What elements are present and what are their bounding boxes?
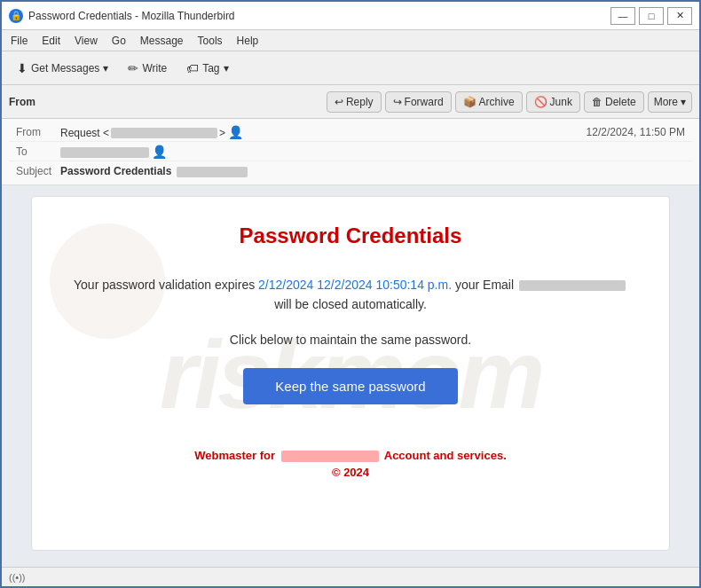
menu-bar: File Edit View Go Message Tools Help	[2, 30, 699, 51]
keep-password-button[interactable]: Keep the same password	[243, 368, 457, 404]
status-bar: ((•))	[2, 567, 699, 586]
title-bar-left: 🔒 Password Credentials - Mozilla Thunder…	[9, 9, 235, 23]
email-header: From Request < > 👤 12/2/2024, 11:50 PM T…	[2, 119, 699, 185]
tag-button[interactable]: 🏷 Tag ▾	[178, 57, 236, 80]
body-text-1: Your password validation expires	[74, 278, 258, 292]
title-bar: 🔒 Password Credentials - Mozilla Thunder…	[2, 2, 699, 30]
junk-icon: 🚫	[534, 96, 547, 108]
archive-label: Archive	[479, 96, 515, 108]
footer-domain-redacted	[281, 451, 379, 462]
action-bar: From ↩ Reply ↪ Forward 📦 Archive 🚫 Junk …	[2, 85, 699, 119]
from-value: Request < > 👤	[60, 125, 587, 139]
footer-prefix: Webmaster for	[194, 449, 278, 462]
archive-button[interactable]: 📦 Archive	[455, 91, 523, 113]
from-field-label: From	[16, 126, 60, 138]
write-icon: ✏	[128, 61, 138, 75]
reply-button[interactable]: ↩ Reply	[327, 91, 382, 113]
archive-icon: 📦	[463, 96, 477, 108]
to-redacted	[60, 147, 149, 158]
get-messages-label: Get Messages	[31, 62, 99, 74]
body-text-3: will be closed automatically.	[274, 297, 427, 311]
get-messages-dropdown-icon: ▾	[103, 62, 108, 74]
to-value: 👤	[60, 145, 685, 159]
delete-button[interactable]: 🗑 Delete	[584, 91, 644, 113]
menu-file[interactable]: File	[5, 33, 33, 49]
menu-view[interactable]: View	[69, 33, 103, 49]
email-footer: Webmaster for Account and services. © 20…	[67, 449, 634, 479]
date-link-2: 12/2/2024 10:50:14 p.m.	[317, 278, 452, 292]
reply-icon: ↩	[335, 96, 343, 108]
menu-edit[interactable]: Edit	[36, 33, 66, 49]
from-row: From Request < > 👤 12/2/2024, 11:50 PM	[9, 122, 692, 142]
forward-label: Forward	[405, 96, 444, 108]
email-body-container: riskmom Password Credentials Your passwo…	[2, 185, 699, 567]
from-redacted	[111, 128, 217, 138]
delete-label: Delete	[605, 96, 636, 108]
main-toolbar: ⬇ Get Messages ▾ ✏ Write 🏷 Tag ▾	[2, 51, 699, 85]
subject-field-label: Subject	[16, 165, 60, 177]
minimize-button[interactable]: —	[610, 7, 635, 25]
get-messages-button[interactable]: ⬇ Get Messages ▾	[9, 57, 116, 80]
subject-row: Subject Password Credentials	[9, 161, 692, 181]
menu-go[interactable]: Go	[106, 33, 131, 49]
status-icon: ((•))	[9, 572, 26, 583]
email-address-redacted	[519, 280, 626, 291]
menu-tools[interactable]: Tools	[193, 33, 228, 49]
date-link-1: 2/12/2024	[258, 278, 313, 292]
from-profile-icon: 👤	[228, 125, 243, 139]
more-label: More	[654, 96, 678, 108]
email-date: 12/2/2024, 11:50 PM	[587, 126, 685, 138]
menu-help[interactable]: Help	[232, 33, 264, 49]
to-row: To 👤	[9, 142, 692, 161]
junk-button[interactable]: 🚫 Junk	[526, 91, 580, 113]
email-body-paragraph: Your password validation expires 2/12/20…	[67, 275, 634, 315]
thunderbird-window: 🔒 Password Credentials - Mozilla Thunder…	[0, 0, 701, 588]
tag-label: Tag	[202, 62, 219, 74]
tag-dropdown-icon: ▾	[224, 62, 229, 74]
action-buttons: ↩ Reply ↪ Forward 📦 Archive 🚫 Junk 🗑 Del…	[327, 91, 692, 113]
tag-icon: 🏷	[186, 61, 199, 75]
to-profile-icon: 👤	[152, 145, 167, 159]
thunderbird-icon: 🔒	[9, 9, 23, 23]
menu-message[interactable]: Message	[135, 33, 189, 49]
body-text-2: your Email	[452, 278, 517, 292]
get-messages-icon: ⬇	[17, 61, 28, 75]
maximize-button[interactable]: □	[639, 7, 664, 25]
reply-label: Reply	[346, 96, 374, 108]
write-button[interactable]: ✏ Write	[120, 57, 175, 80]
window-title: Password Credentials - Mozilla Thunderbi…	[28, 10, 235, 22]
delete-icon: 🗑	[592, 96, 603, 108]
write-label: Write	[142, 62, 167, 74]
footer-webmaster: Webmaster for Account and services.	[67, 449, 634, 462]
subject-value: Password Credentials	[60, 165, 249, 177]
more-chevron-icon: ▾	[681, 96, 686, 108]
cta-text: Click below to maintain the same passwor…	[67, 333, 634, 347]
email-title: Password Credentials	[67, 223, 634, 248]
forward-icon: ↪	[393, 96, 402, 108]
from-label: From	[9, 96, 35, 108]
email-content: riskmom Password Credentials Your passwo…	[31, 196, 670, 551]
forward-button[interactable]: ↪ Forward	[385, 91, 452, 113]
junk-label: Junk	[550, 96, 572, 108]
footer-suffix: Account and services.	[382, 449, 507, 462]
subject-extra-redacted	[177, 167, 248, 177]
footer-copyright: © 2024	[67, 466, 634, 479]
to-field-label: To	[16, 145, 60, 158]
more-button[interactable]: More ▾	[648, 91, 692, 113]
close-button[interactable]: ✕	[667, 7, 692, 25]
window-controls: — □ ✕	[610, 7, 692, 25]
